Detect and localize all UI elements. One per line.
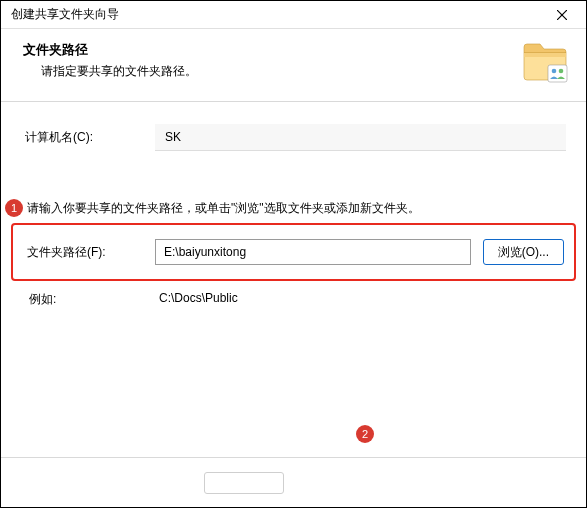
back-button[interactable] (204, 472, 284, 494)
svg-rect-2 (548, 65, 567, 82)
example-label: 例如: (25, 291, 159, 308)
svg-point-4 (559, 69, 564, 74)
header-text: 文件夹路径 请指定要共享的文件夹路径。 (23, 41, 197, 80)
browse-button[interactable]: 浏览(O)... (483, 239, 564, 265)
header-heading: 文件夹路径 (23, 41, 197, 59)
annotation-marker-2: 2 (356, 425, 374, 443)
folder-path-label: 文件夹路径(F): (23, 244, 143, 261)
wizard-window: 创建共享文件夹向导 文件夹路径 请指定要共享的文件夹路径。 计算机名(C): (0, 0, 587, 508)
content-area: 计算机名(C): SK 1 请输入你要共享的文件夹路径，或单击"浏览"选取文件夹… (1, 102, 586, 457)
example-row: 例如: C:\Docs\Public (25, 291, 566, 308)
instruction-row: 1 请输入你要共享的文件夹路径，或单击"浏览"选取文件夹或添加新文件夹。 (5, 199, 566, 217)
folder-path-input[interactable] (155, 239, 471, 265)
next-button[interactable] (304, 472, 384, 494)
window-title: 创建共享文件夹向导 (11, 6, 119, 23)
header-area: 文件夹路径 请指定要共享的文件夹路径。 (1, 29, 586, 102)
close-icon (557, 10, 567, 20)
example-value: C:\Docs\Public (159, 291, 238, 308)
instruction-text: 请输入你要共享的文件夹路径，或单击"浏览"选取文件夹或添加新文件夹。 (27, 200, 420, 217)
svg-point-3 (552, 69, 557, 74)
annotation-marker-1: 1 (5, 199, 23, 217)
annotation-marker-2-wrap: 2 (356, 425, 374, 443)
header-sub: 请指定要共享的文件夹路径。 (23, 63, 197, 80)
footer (1, 457, 586, 507)
computer-name-row: 计算机名(C): SK (25, 124, 566, 151)
annotation-highlight-box: 文件夹路径(F): 浏览(O)... (11, 223, 576, 281)
shared-folder-icon (522, 41, 568, 83)
cancel-button[interactable] (492, 472, 572, 494)
close-button[interactable] (544, 2, 580, 28)
computer-name-label: 计算机名(C): (25, 129, 155, 146)
computer-name-value: SK (155, 124, 566, 151)
titlebar: 创建共享文件夹向导 (1, 1, 586, 29)
